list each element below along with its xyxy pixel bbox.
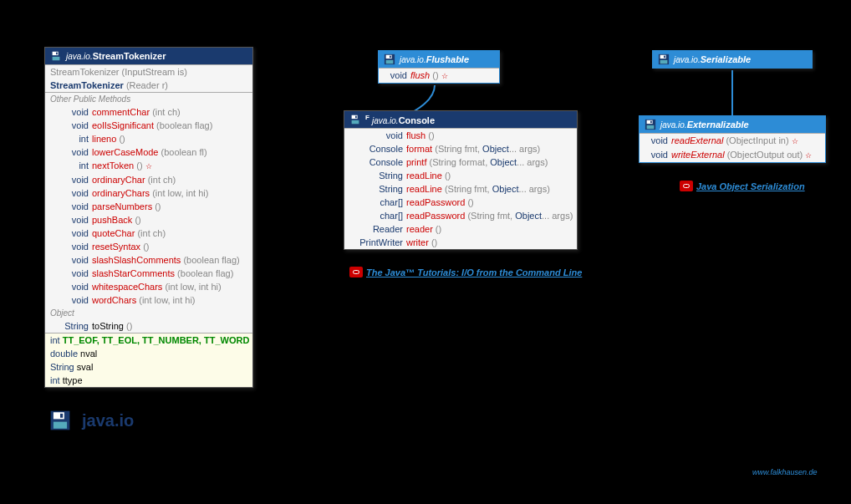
object-label: Object xyxy=(45,307,252,319)
method-row: voidreadExternal (ObjectInput in) ☆ xyxy=(640,134,825,148)
method-row: voidwriteExternal (ObjectOutput out) ☆ xyxy=(640,148,825,162)
pkg-label: java.io. xyxy=(372,116,399,125)
pkg-label: java.io. xyxy=(400,55,426,64)
svg-rect-3 xyxy=(53,57,60,60)
oracle-icon xyxy=(349,267,363,277)
method-row: voidslashSlashComments (boolean flag) xyxy=(45,253,252,267)
disk-icon xyxy=(49,410,71,431)
disk-icon xyxy=(50,50,62,62)
svg-rect-2 xyxy=(56,53,58,55)
method-row: intnextToken () ☆ xyxy=(45,159,252,173)
interface-title: Flushable xyxy=(426,54,469,64)
disk-icon xyxy=(349,114,361,125)
svg-rect-18 xyxy=(650,121,652,124)
pkg-label: java.io. xyxy=(660,120,687,130)
serializable-header: java.io.Serializable xyxy=(653,51,812,68)
credit-link[interactable]: www.falkhausen.de xyxy=(752,468,818,476)
method-row: char[]readPassword () xyxy=(344,196,577,209)
method-row: voidordinaryChar (int ch) xyxy=(45,173,252,186)
tostring: toString xyxy=(92,321,124,331)
class-title: Console xyxy=(399,115,435,125)
method-row: char[]readPassword (String fmt, Object..… xyxy=(344,209,577,222)
svg-rect-10 xyxy=(355,116,357,119)
method-row: voidordinaryChars (int low, int hi) xyxy=(45,186,252,200)
interface-title: Externalizable xyxy=(687,120,749,130)
method-row: voidlowerCaseMode (boolean fl) xyxy=(45,145,252,159)
method-row: voidflush () xyxy=(344,129,577,142)
method-row: StringreadLine (String fmt, Object... ar… xyxy=(344,182,577,196)
method-row: voidpushBack () xyxy=(45,213,252,227)
svg-rect-11 xyxy=(352,120,359,124)
svg-rect-14 xyxy=(664,56,665,59)
method-row: voidparseNumbers () xyxy=(45,200,252,213)
field-row: double nval xyxy=(45,347,252,360)
method-row: Consoleformat (String fmt, Object... arg… xyxy=(344,142,577,155)
method-row: Consoleprintf (String format, Object... … xyxy=(344,155,577,169)
svg-rect-22 xyxy=(60,414,63,418)
svg-rect-7 xyxy=(386,60,394,64)
method: flush xyxy=(410,70,430,80)
pkg-label: java.io. xyxy=(674,55,701,64)
streamtokenizer-card: java.io.StreamTokenizer StreamTokenizer … xyxy=(44,47,253,388)
oracle-icon xyxy=(680,181,693,191)
method-row: intlineno () xyxy=(45,132,252,145)
fields-section: int TT_EOF, TT_EOL, TT_NUMBER, TT_WORDdo… xyxy=(45,333,252,387)
tutorial-link-row: The Java™ Tutorials: I/O from the Comman… xyxy=(349,267,582,277)
flushable-card: java.io.Flushable voidflush () ☆ xyxy=(378,50,500,84)
interface-title: Serializable xyxy=(701,54,752,64)
method-row: voidwhitespaceChars (int low, int hi) xyxy=(45,280,252,293)
pkg-label: java.io. xyxy=(66,52,93,61)
disk-icon xyxy=(384,53,395,65)
console-card: F java.io.Console voidflush ()Consolefor… xyxy=(344,110,578,250)
ctor: StreamTokenizer xyxy=(50,80,124,90)
externalizable-card: java.io.Externalizable voidreadExternal … xyxy=(639,115,826,163)
serializable-card: java.io.Serializable xyxy=(652,50,813,69)
serialization-link[interactable]: Java Object Serialization xyxy=(696,181,805,191)
disk-icon xyxy=(645,119,656,130)
console-header: F java.io.Console xyxy=(344,111,577,128)
method-row: voidquoteChar (int ch) xyxy=(45,227,252,240)
class-title: StreamTokenizer xyxy=(93,51,166,61)
ctor-deprecated: StreamTokenizer xyxy=(50,67,120,77)
field-row: String sval xyxy=(45,360,252,374)
svg-rect-19 xyxy=(647,125,655,129)
method-row: voidslashStarComments (boolean flag) xyxy=(45,267,252,280)
streamtokenizer-header: java.io.StreamTokenizer xyxy=(45,48,252,64)
svg-rect-23 xyxy=(54,422,67,429)
package-logo: java.io xyxy=(49,410,134,431)
serialization-link-row: Java Object Serialization xyxy=(680,181,805,191)
tutorial-link[interactable]: The Java™ Tutorials: I/O from the Comman… xyxy=(366,267,582,277)
method-row: voidwordChars (int low, int hi) xyxy=(45,293,252,307)
method-row: voideolIsSignificant (boolean flag) xyxy=(45,119,252,132)
method-row: voidcommentChar (int ch) xyxy=(45,105,252,119)
method-row: voidresetSyntax () xyxy=(45,240,252,253)
method-row: StringreadLine () xyxy=(344,169,577,182)
section-label: Other Public Methods xyxy=(45,93,252,105)
method-row: Readerreader () xyxy=(344,222,577,236)
method-row: PrintWriterwriter () xyxy=(344,236,577,249)
field-row: int TT_EOF, TT_EOL, TT_NUMBER, TT_WORD xyxy=(45,333,252,347)
disk-icon xyxy=(658,53,670,65)
svg-rect-6 xyxy=(390,56,391,59)
externalizable-header: java.io.Externalizable xyxy=(640,116,825,133)
package-name: java.io xyxy=(82,411,134,430)
svg-rect-15 xyxy=(660,60,668,64)
final-marker: F xyxy=(365,114,369,121)
field-row: int ttype xyxy=(45,374,252,387)
flushable-header: java.io.Flushable xyxy=(379,51,499,68)
